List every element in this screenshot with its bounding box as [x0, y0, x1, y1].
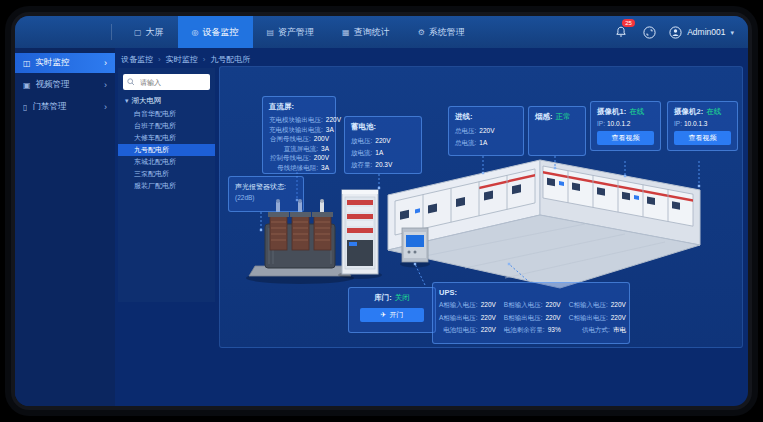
battery-panel: 蓄电池: 放电压:220V 放电流:1A 放存量:20.3V: [344, 116, 422, 174]
nav-tab[interactable]: ◎ 设备监控: [178, 16, 253, 48]
field-row: A相输入电压:220V: [439, 300, 496, 310]
nav-tab[interactable]: ⚙ 系统管理: [404, 16, 479, 48]
field-row: 母线绝缘电阻:3A: [269, 163, 329, 173]
camera-panel: 摄像机1: 在线 IP:10.0.1.2 查看视频: [590, 101, 661, 151]
camera-title: 摄像机2:: [674, 107, 703, 117]
field-row: 总电流:1A: [455, 137, 517, 149]
sidebar-item-icon: ▯: [23, 103, 27, 112]
nav-tab[interactable]: ▦ 查询统计: [328, 16, 404, 48]
sound-light-alarm-panel: 声光报警器状态: (22dB): [228, 176, 304, 212]
chevron-down-icon: [730, 27, 734, 37]
field-row: A相输出电压:220V: [439, 313, 496, 323]
field-row: 总电压:220V: [455, 125, 517, 137]
open-door-label: 开门: [389, 310, 403, 320]
fullscreen-icon[interactable]: [641, 24, 657, 40]
app-window: ▢ 大屏 ◎ 设备监控 ▤ 资产管理 ▦ 查询统计 ⚙ 系统管理 25: [15, 16, 748, 406]
sidebar-item[interactable]: ◫ 实时监控: [15, 53, 115, 73]
field-row: 充电模块输出电流:3A: [269, 125, 329, 135]
sidebar-item-icon: ▣: [23, 81, 31, 90]
door-panel: 库门: 关闭 开门: [348, 287, 436, 333]
incoming-line-panel: 进线: 总电压:220V 总电流:1A: [448, 106, 524, 156]
field-row: 合闸母线电压:200V: [269, 134, 329, 144]
tree-item[interactable]: 台班子配电所: [118, 120, 215, 132]
user-name: Admin001: [687, 27, 725, 37]
chevron-right-icon: [104, 58, 107, 68]
panel-title: UPS:: [439, 288, 623, 297]
breadcrumb-label: 设备监控: [121, 54, 153, 65]
tree-item[interactable]: 九号配电所: [118, 144, 215, 156]
breadcrumb-item[interactable]: 九号配电所 ›: [210, 54, 250, 65]
field-row: 放存量:20.3V: [351, 159, 415, 171]
dc-fields: 充电模块输出电压:220V 充电模块输出电流:3A 合闸母线电压:200V 直流…: [269, 115, 329, 172]
tree-item[interactable]: 东城北配电所: [118, 156, 215, 168]
left-sidebar: ◫ 实时监控 ▣ 视频管理 ▯ 门禁管理: [15, 48, 115, 406]
sidebar-item[interactable]: ▣ 视频管理: [15, 75, 115, 95]
smoke-sensor-panel: 烟感: 正常: [528, 106, 586, 156]
field-row: 放电流:1A: [351, 147, 415, 159]
sidebar-item[interactable]: ▯ 门禁管理: [15, 97, 115, 117]
breadcrumb-label: 九号配电所: [210, 54, 250, 65]
alarm-label: 声光报警器状态:: [235, 182, 297, 192]
nav-tab[interactable]: ▢ 大屏: [120, 16, 178, 48]
user-menu[interactable]: Admin001: [669, 26, 734, 39]
tab-icon: ⚙: [418, 28, 425, 37]
notification-bell-icon[interactable]: 25: [613, 24, 629, 40]
field-row: B相输入电压:220V: [504, 300, 561, 310]
camera-status: 在线: [706, 107, 721, 117]
nav-tab[interactable]: ▤ 资产管理: [253, 16, 329, 48]
panel-title: 蓄电池:: [351, 122, 415, 132]
view-video-button[interactable]: 查看视频: [674, 131, 731, 145]
tab-label: 设备监控: [203, 26, 239, 39]
field-row: C相输入电压:220V: [569, 300, 626, 310]
panel-title: 直流屏:: [269, 102, 329, 112]
tree-item[interactable]: 大修车配电所: [118, 132, 215, 144]
camera-title: 摄像机1:: [597, 107, 626, 117]
tab-icon: ▦: [342, 28, 350, 37]
ups-fields: A相输入电压:220V B相输入电压:220V C相输入电压:220V A相输出…: [439, 300, 623, 335]
search-input[interactable]: [138, 78, 212, 87]
top-nav-bar: ▢ 大屏 ◎ 设备监控 ▤ 资产管理 ▦ 查询统计 ⚙ 系统管理 25: [15, 16, 748, 48]
field-row: 控制母线电压:200V: [269, 153, 329, 163]
field-row: 供电方式:市电: [569, 325, 626, 335]
door-status: 关闭: [395, 293, 410, 303]
breadcrumb-label: 实时监控: [166, 54, 198, 65]
camera-status: 在线: [629, 107, 644, 117]
view-video-button[interactable]: 查看视频: [597, 131, 654, 145]
tree-search-box[interactable]: [123, 74, 210, 90]
panel-title: 进线:: [455, 112, 517, 122]
tree-item-list: 白音华配电所台班子配电所大修车配电所九号配电所东城北配电所三泵配电所服装厂配电所: [118, 108, 215, 192]
breadcrumb-item[interactable]: 实时监控 ›: [166, 54, 211, 65]
alarm-value: (22dB): [235, 194, 297, 201]
tree-root-node[interactable]: 湖大电网: [118, 94, 215, 108]
sidebar-item-icon: ◫: [23, 59, 31, 68]
incoming-fields: 总电压:220V 总电流:1A: [455, 125, 517, 149]
chevron-right-icon: [104, 102, 107, 112]
ups-panel: UPS: A相输入电压:220V B相输入电压:220V C相输入电压:220V…: [432, 282, 630, 344]
field-row: 充电模块输出电压:220V: [269, 115, 329, 125]
tree-item[interactable]: 三泵配电所: [118, 168, 215, 180]
door-label: 库门:: [374, 293, 392, 303]
breadcrumb-item[interactable]: 设备监控 ›: [121, 54, 166, 65]
breadcrumb-separator: ›: [158, 55, 161, 64]
smoke-status: 正常: [556, 112, 571, 122]
dc-screen-panel: 直流屏: 充电模块输出电压:220V 充电模块输出电流:3A 合闸母线电压:20…: [262, 96, 336, 174]
camera-ip-row: IP:10.0.1.2: [597, 120, 654, 127]
tab-label: 大屏: [146, 26, 164, 39]
tab-icon: ▢: [134, 28, 142, 37]
tab-icon: ◎: [192, 28, 199, 37]
search-icon: [127, 78, 135, 86]
tree-item[interactable]: 服装厂配电所: [118, 180, 215, 192]
field-row: B相输出电压:220V: [504, 313, 561, 323]
field-row: 电池剩余容量:93%: [504, 325, 561, 335]
field-row: 电池组电压:220V: [439, 325, 496, 335]
open-door-button[interactable]: 开门: [360, 308, 424, 322]
camera-ip-row: IP:10.0.1.3: [674, 120, 731, 127]
chevron-right-icon: [104, 80, 107, 90]
user-avatar-icon: [669, 26, 682, 39]
notification-badge: 25: [622, 19, 635, 27]
tab-icon: ▤: [267, 28, 275, 37]
tab-label: 资产管理: [278, 26, 314, 39]
tab-label: 系统管理: [429, 26, 465, 39]
tree-item[interactable]: 白音华配电所: [118, 108, 215, 120]
tree-root-label: 湖大电网: [132, 96, 162, 106]
